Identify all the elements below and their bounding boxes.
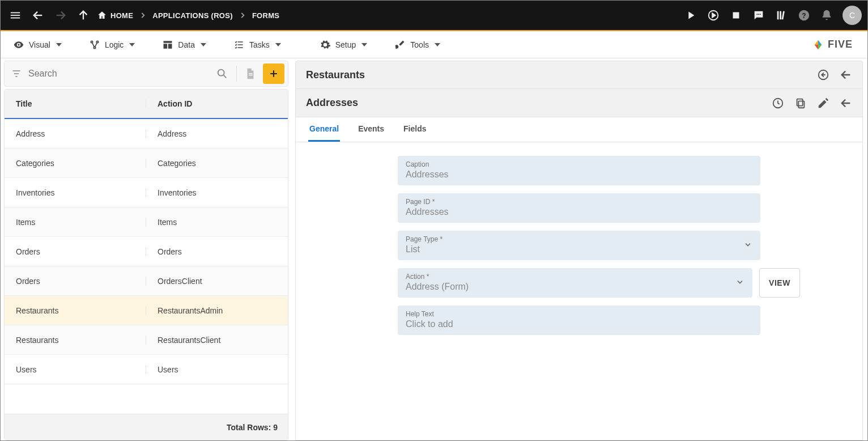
- field-value: Addresses: [406, 207, 752, 217]
- field-label: Action *: [406, 273, 744, 281]
- chevron-down-icon: [56, 43, 62, 46]
- document-button[interactable]: [239, 63, 262, 84]
- avatar[interactable]: C: [843, 6, 862, 25]
- logic-icon: [89, 39, 100, 50]
- chevron-right-icon: [239, 11, 246, 19]
- table-row[interactable]: CategoriesCategories: [5, 149, 288, 178]
- svg-rect-18: [249, 73, 252, 74]
- five-logo-icon: [812, 39, 824, 51]
- table-row[interactable]: RestaurantsRestaurantsClient: [5, 325, 288, 355]
- field-action[interactable]: Action * Address (Form): [398, 268, 752, 298]
- field-help-text[interactable]: Help Text Click to add: [398, 306, 760, 335]
- field-value: List: [406, 244, 752, 255]
- table-row[interactable]: InventoriesInventories: [5, 178, 288, 207]
- svg-point-14: [91, 41, 92, 43]
- svg-point-6: [758, 14, 759, 15]
- chevron-down-icon: [361, 43, 367, 46]
- chevron-down-icon: [735, 278, 744, 289]
- cell-title: Address: [5, 129, 146, 138]
- edit-icon[interactable]: [817, 97, 829, 109]
- table-row[interactable]: AddressAddress: [5, 119, 288, 149]
- menu-label: Setup: [335, 40, 356, 49]
- gear-icon: [320, 39, 331, 50]
- breadcrumb-forms[interactable]: FORMS: [252, 11, 279, 20]
- menu-label: Tasks: [249, 40, 270, 49]
- col-title[interactable]: Title: [5, 99, 146, 108]
- bell-icon[interactable]: [815, 4, 838, 27]
- hamburger-icon[interactable]: [4, 4, 27, 27]
- svg-rect-23: [797, 99, 803, 105]
- add-button[interactable]: [263, 63, 284, 84]
- avatar-letter: C: [849, 11, 855, 20]
- back-arrow-icon[interactable]: [840, 97, 852, 109]
- sub-header: Addresses: [295, 89, 863, 117]
- tab-events[interactable]: Events: [357, 117, 385, 142]
- menu-tasks[interactable]: Tasks: [225, 35, 289, 55]
- field-page-id[interactable]: Page ID * Addresses: [398, 193, 760, 223]
- history-icon[interactable]: [772, 97, 784, 109]
- cell-title: Restaurants: [5, 336, 146, 345]
- cell-action-id: Orders: [146, 247, 288, 256]
- copy-icon[interactable]: [794, 97, 807, 109]
- chevron-down-icon: [435, 43, 440, 46]
- breadcrumb-applications[interactable]: APPLICATIONS (ROS): [152, 11, 233, 20]
- help-icon[interactable]: ?: [793, 4, 815, 27]
- play-circle-icon[interactable]: [702, 4, 725, 27]
- menu-tools[interactable]: Tools: [386, 35, 448, 55]
- play-icon[interactable]: [679, 4, 702, 27]
- field-value: Click to add: [406, 319, 752, 329]
- chevron-down-icon: [743, 240, 752, 251]
- menubar: Visual Logic Data Tasks Setup Tools FIVE: [1, 31, 867, 58]
- table-row[interactable]: ItemsItems: [5, 207, 288, 237]
- table-icon: [162, 39, 173, 50]
- home-icon: [97, 10, 107, 20]
- table-row[interactable]: OrdersOrders: [5, 237, 288, 266]
- back-circle-icon[interactable]: [817, 69, 829, 81]
- breadcrumb-home-label: HOME: [110, 11, 133, 20]
- cell-action-id: RestaurantsClient: [146, 336, 288, 345]
- field-value: Addresses: [406, 169, 752, 180]
- menu-label: Tools: [410, 40, 429, 49]
- field-page-type[interactable]: Page Type * List: [398, 231, 760, 260]
- view-button[interactable]: VIEW: [759, 268, 800, 298]
- table-row[interactable]: RestaurantsRestaurantsAdmin: [5, 296, 288, 325]
- table-row[interactable]: OrdersOrdersClient: [5, 266, 288, 296]
- forms-table: Title Action ID AddressAddressCategories…: [4, 89, 288, 440]
- svg-rect-1: [11, 15, 20, 16]
- tab-general[interactable]: General: [308, 117, 340, 142]
- svg-point-7: [760, 14, 761, 15]
- tab-fields[interactable]: Fields: [402, 117, 427, 142]
- field-value: Address (Form): [406, 282, 744, 292]
- menu-setup[interactable]: Setup: [312, 35, 376, 55]
- search-input[interactable]: [28, 69, 210, 79]
- svg-rect-22: [798, 101, 804, 108]
- menu-data[interactable]: Data: [154, 35, 214, 55]
- filter-icon[interactable]: [5, 68, 28, 79]
- field-caption[interactable]: Caption Addresses: [398, 156, 760, 185]
- cell-title: Orders: [5, 277, 146, 286]
- nav-up-icon[interactable]: [72, 4, 95, 27]
- library-icon[interactable]: [770, 4, 793, 27]
- chevron-down-icon: [275, 43, 281, 46]
- chat-icon[interactable]: [747, 4, 770, 27]
- menu-visual[interactable]: Visual: [5, 35, 70, 55]
- nav-forward-icon: [49, 4, 72, 27]
- table-row[interactable]: UsersUsers: [5, 355, 288, 384]
- nav-back-icon[interactable]: [27, 4, 49, 27]
- svg-rect-4: [733, 12, 739, 19]
- col-action-id[interactable]: Action ID: [146, 99, 288, 108]
- svg-point-17: [218, 70, 224, 76]
- form-area: Caption Addresses Page ID * Addresses Pa…: [295, 142, 863, 440]
- panel-title: Restaurants: [306, 69, 365, 81]
- cell-title: Restaurants: [5, 306, 146, 315]
- cell-title: Items: [5, 218, 146, 227]
- back-arrow-icon[interactable]: [840, 69, 852, 81]
- breadcrumb-home[interactable]: HOME: [97, 10, 133, 20]
- search-icon[interactable]: [210, 67, 234, 80]
- cell-title: Categories: [5, 159, 146, 168]
- eye-icon: [13, 39, 24, 50]
- cell-action-id: Users: [146, 365, 288, 374]
- table-footer: Total Rows: 9: [5, 414, 288, 440]
- menu-logic[interactable]: Logic: [81, 35, 143, 55]
- stop-icon[interactable]: [725, 4, 747, 27]
